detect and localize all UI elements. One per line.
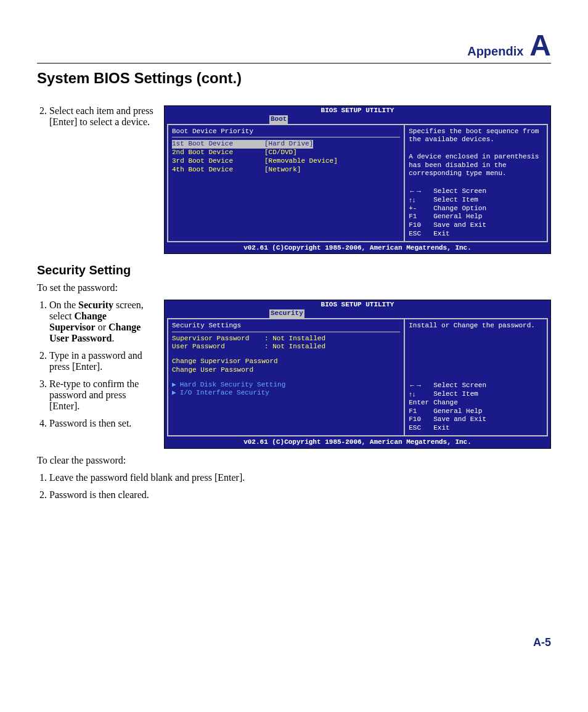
to-clear-password: To clear the password: [37,455,551,466]
bios-title-2: BIOS SETUP UTILITY [165,300,550,309]
boot-row-1: 1st Boot Device[Hard Drive] [172,140,400,149]
bios-screenshot-boot: BIOS SETUP UTILITY Boot Boot Device Prio… [164,105,551,254]
bios-tabs-2: Security [165,309,550,318]
bios-left-panel: Boot Device Priority 1st Boot Device[Har… [168,125,405,241]
bios-help-text: Specifies the boot sequence from the ava… [409,128,543,179]
submenu-arrow-icon: ▶ [172,389,176,398]
bios-tab-security: Security [269,309,304,318]
bios-right-panel: Specifies the boot sequence from the ava… [405,125,547,241]
hdd-security-submenu: ▶Hard Disk Security Setting [172,381,400,390]
to-set-password: To set the password: [37,282,551,293]
boot-row-3: 3rd Boot Device[Removable Device] [172,157,400,166]
supervisor-pw-row: Supervisor Password: Not Installed [172,335,400,343]
sec1-step2: Select each item and press [Enter] to se… [49,105,154,128]
clear-step1: Leave the password field blank and press… [49,472,551,483]
step-text-block: Select each item and press [Enter] to se… [37,105,154,134]
bios-key-hints-2: ←→Select Screen ↑↓Select Item EnterChang… [409,382,543,433]
bios-heading: Boot Device Priority [172,128,400,136]
sec2-step1: On the Security screen, select Change Su… [49,300,154,344]
bios-left-panel-2: Security Settings Supervisor Password: N… [168,319,405,435]
bios-right-panel-2: Install or Change the password. ←→Select… [405,319,547,435]
bios-tabs: Boot [165,115,550,124]
clear-steps: Leave the password field blank and press… [49,472,551,501]
sec2-step4: Password is then set. [49,418,154,429]
sec2-step2: Type in a password and press [Enter]. [49,350,154,372]
bios-help-text-2: Install or Change the password. [409,322,543,330]
appendix-letter: A [529,31,551,60]
appendix-label: Appendix [467,44,523,59]
header-rule [37,63,551,63]
boot-row-2: 2nd Boot Device[CD/DVD] [172,149,400,157]
change-supervisor: Change Supervisor Password [172,358,400,366]
boot-row-4: 4th Boot Device[Network] [172,166,400,174]
page-header: Appendix A [37,31,551,60]
security-steps: On the Security screen, select Change Su… [37,300,154,435]
bios-copyright-2: v02.61 (C)Copyright 1985-2006, American … [165,438,550,448]
bios-key-hints: ←→Select Screen ↑↓Select Item +-Change O… [409,187,543,239]
bios-heading-2: Security Settings [172,322,400,330]
change-user: Change User Password [172,366,400,375]
io-security-submenu: ▶I/O Interface Security [172,389,400,398]
bios-tab-boot: Boot [269,115,288,124]
page-number: A-5 [37,636,551,649]
page-title: System BIOS Settings (cont.) [37,70,551,87]
user-pw-row: User Password: Not Installed [172,343,400,351]
bios-title: BIOS SETUP UTILITY [165,106,550,115]
bios-screenshot-security: BIOS SETUP UTILITY Security Security Set… [164,300,551,448]
submenu-arrow-icon: ▶ [172,381,176,390]
sec2-step3: Re-type to confirm the password and pres… [49,379,154,412]
security-title: Security Setting [37,263,551,277]
bios-copyright: v02.61 (C)Copyright 1985-2006, American … [165,243,550,254]
clear-step2: Password is then cleared. [49,489,551,501]
